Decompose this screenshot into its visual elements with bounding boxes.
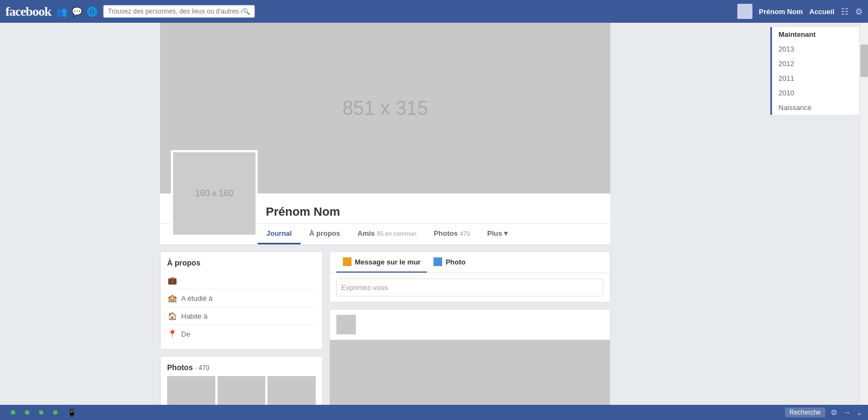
tab-plus-label: Plus <box>487 229 502 237</box>
cover-size-label: 851 x 315 <box>342 97 428 120</box>
facebook-logo: facebook <box>5 4 51 19</box>
bottom-chevron-icon[interactable]: ⌄ <box>856 408 863 417</box>
post-input[interactable]: Exprimez-vous <box>336 279 603 296</box>
timeline-2011-label: 2011 <box>778 74 794 82</box>
timeline-2012-label: 2012 <box>778 60 794 68</box>
tab-journal[interactable]: Journal <box>258 224 301 244</box>
globe-icon[interactable]: 🌐 <box>87 7 98 17</box>
timeline-nav: Maintenant 2013 2012 2011 2010 Naissance <box>770 27 868 115</box>
apropos-title: À propos <box>167 259 316 267</box>
bottom-item-4 <box>53 407 58 418</box>
chevron-down-icon: ▾ <box>504 229 508 237</box>
accueil-link[interactable]: Accueil <box>809 8 834 16</box>
post-tabs: Message sur le mur Photo <box>330 252 610 273</box>
feed-area: Message sur le mur Photo Exprimez-vous <box>329 251 610 420</box>
sidebar-school-label: A étudié à <box>181 294 213 302</box>
green-dot-3 <box>39 410 43 415</box>
bottom-settings-icon[interactable]: ⚙ <box>831 408 838 417</box>
tab-amis[interactable]: Amis 85 en commun <box>349 224 425 244</box>
main-content: 851 x 315 160 x 160 Prénom Nom Journal À… <box>0 23 770 420</box>
photos-count: · 470 <box>195 364 209 372</box>
pin-icon: 📍 <box>167 329 177 338</box>
wall-icon <box>343 257 352 266</box>
sidebar-origin-label: De <box>181 330 190 338</box>
timeline-2010-label: 2010 <box>778 89 794 97</box>
timeline-item-2011[interactable]: 2011 <box>772 71 868 86</box>
tab-journal-label: Journal <box>266 229 292 237</box>
timeline-item-2010[interactable]: 2010 <box>772 86 868 100</box>
profile-name: Prénom Nom <box>266 205 340 223</box>
bottom-item-2 <box>25 407 29 418</box>
feed-post-header <box>330 309 610 340</box>
sidebar-item-work: 💼 <box>167 272 316 289</box>
tab-photos-count: 470 <box>460 230 470 237</box>
sidebar-item-home: 🏠 Habite à <box>167 307 316 325</box>
photos-label: Photos <box>167 363 193 372</box>
profile-content: À propos 💼 🏫 A étudié à 🏠 Habite à <box>160 251 610 420</box>
mobile-icon: 📱 <box>67 408 76 417</box>
search-bar: 🔍 <box>103 5 255 18</box>
timeline-2013-label: 2013 <box>778 45 794 53</box>
tab-photos-label: Photos <box>434 229 458 237</box>
timeline-naissance-label: Naissance <box>778 104 812 112</box>
post-input-area: Exprimez-vous <box>330 273 610 302</box>
post-tab-photo-label: Photo <box>445 258 465 266</box>
sidebar-home-label: Habite à <box>181 312 207 320</box>
friends-icon[interactable]: 👥 <box>56 7 67 17</box>
avatar-size-label: 160 x 160 <box>195 189 233 198</box>
timeline-item-maintenant[interactable]: Maintenant <box>772 27 868 42</box>
green-dot-4 <box>53 410 58 415</box>
tab-plus[interactable]: Plus ▾ <box>478 224 516 244</box>
bottom-logout-icon[interactable]: → <box>843 408 851 417</box>
settings-icon[interactable]: ⚙ <box>855 7 863 17</box>
search-icon: 🔍 <box>242 8 250 15</box>
nav-right: Prénom Nom Accueil ☷ ⚙ <box>737 4 863 19</box>
tab-amis-count: 85 en commun <box>377 230 417 237</box>
bottom-bar: 📱 Recherche ⚙ → ⌄ <box>0 405 868 420</box>
post-placeholder: Exprimez-vous <box>341 283 388 292</box>
sidebar-item-origin: 📍 De <box>167 325 316 343</box>
bottom-search-bar[interactable]: Recherche <box>785 408 825 417</box>
briefcase-icon: 💼 <box>167 276 177 285</box>
timeline-item-naissance[interactable]: Naissance <box>772 100 868 115</box>
timeline-item-2012[interactable]: 2012 <box>772 56 868 71</box>
profile-avatar: 160 x 160 <box>171 150 258 237</box>
tab-photos[interactable]: Photos 470 <box>425 224 478 244</box>
right-panel: Maintenant 2013 2012 2011 2010 Naissance <box>770 23 868 420</box>
scrollbar[interactable] <box>859 23 868 405</box>
photo-icon <box>433 257 442 266</box>
navbar-user-name[interactable]: Prénom Nom <box>759 8 803 16</box>
post-tab-wall-label: Message sur le mur <box>355 258 420 266</box>
apropos-box: À propos 💼 🏫 A étudié à 🏠 Habite à <box>160 251 323 350</box>
search-input[interactable] <box>108 8 242 15</box>
home-icon: 🏠 <box>167 312 177 320</box>
friends-requests-icon[interactable]: ☷ <box>841 7 848 17</box>
sidebar-item-school: 🏫 A étudié à <box>167 289 316 307</box>
timeline-maintenant-label: Maintenant <box>778 30 816 38</box>
messages-icon[interactable]: 💬 <box>72 7 82 17</box>
post-tab-wall[interactable]: Message sur le mur <box>336 252 427 273</box>
bottom-item-3 <box>39 407 43 418</box>
green-dot-2 <box>25 410 29 415</box>
photos-title: Photos · 470 <box>167 363 316 372</box>
post-box: Message sur le mur Photo Exprimez-vous <box>329 251 610 302</box>
post-avatar <box>336 315 356 334</box>
bottom-item-5: 📱 <box>67 407 76 418</box>
bottom-search-label: Recherche <box>789 409 821 416</box>
post-tab-photo[interactable]: Photo <box>427 252 472 273</box>
school-icon: 🏫 <box>167 294 177 302</box>
bottom-status-items: 📱 <box>5 407 780 418</box>
left-sidebar: À propos 💼 🏫 A étudié à 🏠 Habite à <box>160 251 323 420</box>
feed-post <box>329 309 610 420</box>
tab-amis-label: Amis <box>358 229 375 237</box>
timeline-item-2013[interactable]: 2013 <box>772 42 868 56</box>
scrollbar-thumb[interactable] <box>860 44 868 77</box>
navbar: facebook 👥 💬 🌐 🔍 Prénom Nom Accueil ☷ ⚙ <box>0 0 868 23</box>
page-wrapper: 851 x 315 160 x 160 Prénom Nom Journal À… <box>0 23 868 420</box>
avatar <box>737 4 752 19</box>
nav-icons: 👥 💬 🌐 <box>56 7 98 17</box>
profile-section-wrapper: 851 x 315 160 x 160 Prénom Nom Journal À… <box>160 23 610 245</box>
tab-apropos[interactable]: À propos <box>301 224 349 244</box>
tab-apropos-label: À propos <box>309 229 340 237</box>
profile-section: 160 x 160 Prénom Nom Journal À propos Am… <box>160 193 610 245</box>
